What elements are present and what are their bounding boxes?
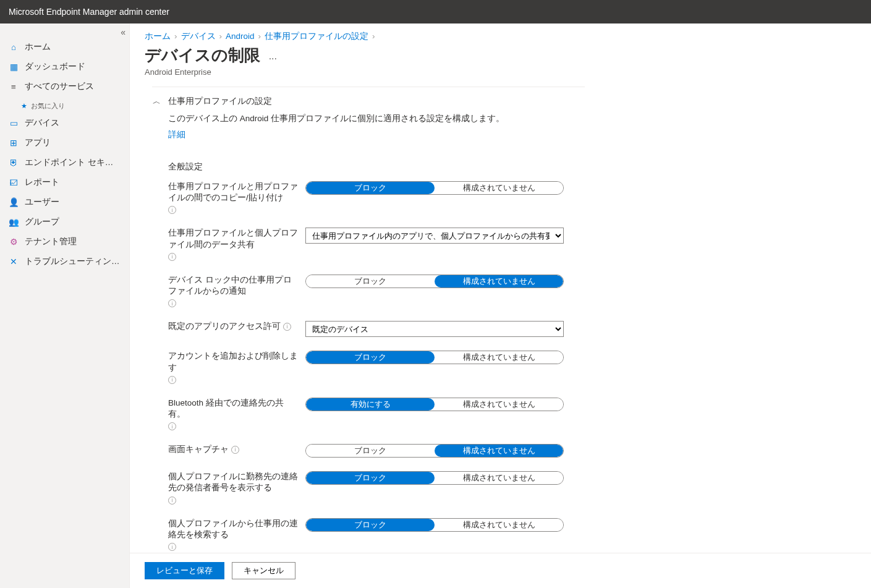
section-label: 全般設定	[168, 161, 585, 173]
toggle-option-left[interactable]: ブロック	[306, 351, 435, 364]
chevron-right-icon: ›	[368, 32, 379, 41]
info-icon[interactable]: i	[168, 206, 176, 214]
user-icon: 👤	[9, 197, 19, 207]
list-icon: ≡	[9, 82, 19, 92]
setting-label: 個人プロファイルから仕事用の連絡先を検索する	[168, 518, 298, 540]
toggle[interactable]: ブロック構成されていません	[305, 275, 564, 288]
setting-label: 既定のアプリのアクセス許可	[168, 321, 281, 332]
shield-icon: ⛨	[9, 158, 19, 168]
nav-label: レポート	[25, 177, 59, 188]
sidebar-fav-item-1[interactable]: ⊞アプリ	[0, 133, 129, 153]
toggle-option-left[interactable]: ブロック	[306, 519, 435, 531]
footer-bar: レビューと保存 キャンセル	[130, 553, 871, 588]
info-icon[interactable]: i	[168, 496, 176, 505]
select[interactable]: 既定のデバイス	[305, 321, 564, 337]
breadcrumb-link[interactable]: デバイス	[181, 32, 216, 41]
info-icon[interactable]: i	[168, 299, 176, 307]
nav-label: ユーザー	[25, 197, 59, 208]
setting-row: 既定のアプリのアクセス許可i既定のデバイス	[168, 321, 585, 337]
setting-row: Bluetooth 経由での連絡先の共有。i有効にする構成されていません	[168, 398, 585, 430]
toggle-option-right[interactable]: 構成されていません	[435, 472, 563, 484]
panel-header[interactable]: ︿ 仕事用プロファイルの設定	[152, 87, 585, 113]
info-icon[interactable]: i	[168, 422, 176, 430]
setting-row: 個人プロファイルから仕事用の連絡先を検索するiブロック構成されていません	[168, 518, 585, 551]
favorites-label: お気に入り	[31, 102, 65, 109]
setting-row: 画面キャプチャiブロック構成されていません	[168, 444, 585, 458]
toggle-option-left[interactable]: ブロック	[306, 182, 435, 194]
toggle-option-left[interactable]: ブロック	[306, 472, 435, 484]
dashboard-icon: ▦	[9, 62, 19, 72]
page-subtitle: Android Enterprise	[145, 67, 856, 77]
info-icon[interactable]: i	[283, 323, 291, 331]
collapse-sidebar-icon[interactable]: «	[121, 27, 125, 37]
sidebar-fav-item-7[interactable]: ✕トラブルシューティング +...	[0, 252, 129, 271]
toggle[interactable]: ブロック構成されていません	[305, 351, 564, 364]
toggle-option-left[interactable]: ブロック	[306, 445, 435, 457]
setting-label: 画面キャプチャ	[168, 444, 229, 455]
panel-title: 仕事用プロファイルの設定	[168, 96, 272, 107]
breadcrumb-link[interactable]: ホーム	[145, 32, 171, 41]
breadcrumb-link[interactable]: 仕事用プロファイルの設定	[265, 32, 368, 41]
group-icon: 👥	[9, 217, 19, 227]
top-bar: Microsoft Endpoint Manager admin center	[0, 0, 871, 23]
info-icon[interactable]: i	[231, 446, 239, 454]
star-icon: ★	[21, 102, 27, 109]
nav-label: アプリ	[25, 137, 51, 148]
sidebar-fav-item-0[interactable]: ▭デバイス	[0, 113, 129, 133]
sidebar-fav-item-6[interactable]: ⚙テナント管理	[0, 232, 129, 252]
info-icon[interactable]: i	[168, 253, 176, 261]
setting-label: デバイス ロック中の仕事用プロファイルからの通知	[168, 275, 298, 297]
cancel-button[interactable]: キャンセル	[232, 562, 295, 579]
review-save-button[interactable]: レビューと保存	[145, 562, 224, 579]
chevron-right-icon: ›	[216, 32, 226, 41]
chevron-right-icon: ›	[255, 32, 265, 41]
toggle-option-right[interactable]: 構成されていません	[435, 182, 563, 194]
toggle-option-right[interactable]: 構成されていません	[435, 275, 563, 288]
home-icon: ⌂	[9, 42, 19, 52]
detail-link[interactable]: 詳細	[168, 129, 585, 140]
setting-row: 仕事用プロファイルと用プロファイルの間でのコピー/貼り付けiブロック構成されてい…	[168, 181, 585, 214]
toggle-option-left[interactable]: 有効にする	[306, 398, 435, 411]
chevron-right-icon: ›	[171, 32, 181, 41]
toggle[interactable]: ブロック構成されていません	[305, 181, 564, 195]
select[interactable]: 仕事用プロファイル内のアプリで、個人プロファイルからの共有要...	[305, 228, 564, 244]
report-icon: 🗠	[9, 177, 19, 187]
toggle-option-right[interactable]: 構成されていません	[435, 519, 563, 531]
toggle[interactable]: ブロック構成されていません	[305, 471, 564, 485]
breadcrumb-link[interactable]: Android	[226, 32, 255, 41]
page-title: デバイスの制限	[145, 45, 260, 66]
toggle-option-left[interactable]: ブロック	[306, 275, 435, 288]
sidebar-fav-item-3[interactable]: 🗠レポート	[0, 173, 129, 192]
device-icon: ▭	[9, 118, 19, 128]
sidebar-fav-item-2[interactable]: ⛨エンドポイント セキュリ...	[0, 153, 129, 173]
sidebar-item-0[interactable]: ⌂ホーム	[0, 37, 129, 57]
nav-label: グループ	[25, 216, 59, 228]
toggle-option-right[interactable]: 構成されていません	[435, 351, 563, 364]
toggle-option-right[interactable]: 構成されていません	[435, 398, 563, 411]
setting-row: デバイス ロック中の仕事用プロファイルからの通知iブロック構成されていません	[168, 275, 585, 307]
sidebar-item-1[interactable]: ▦ダッシュボード	[0, 57, 129, 77]
more-icon[interactable]: ···	[269, 53, 277, 64]
sidebar-fav-item-5[interactable]: 👥グループ	[0, 212, 129, 232]
setting-label: 仕事用プロファイルと個人プロファイル間のデータ共有	[168, 228, 298, 250]
nav-label: すべてのサービス	[25, 81, 94, 92]
setting-label: Bluetooth 経由での連絡先の共有。	[168, 398, 298, 420]
toggle[interactable]: ブロック構成されていません	[305, 518, 564, 532]
info-icon[interactable]: i	[168, 376, 176, 384]
tools-icon: ✕	[9, 257, 19, 266]
sidebar-fav-item-4[interactable]: 👤ユーザー	[0, 192, 129, 212]
toggle[interactable]: ブロック構成されていません	[305, 444, 564, 458]
app-title: Microsoft Endpoint Manager admin center	[9, 7, 169, 17]
toggle[interactable]: 有効にする構成されていません	[305, 398, 564, 411]
toggle-option-right[interactable]: 構成されていません	[435, 445, 563, 457]
nav-label: トラブルシューティング +...	[25, 256, 121, 267]
setting-row: アカウントを追加および削除しますiブロック構成されていません	[168, 351, 585, 383]
panel-description: このデバイス上の Android 仕事用プロファイルに個別に適用される設定を構成…	[168, 113, 585, 124]
nav-label: テナント管理	[25, 236, 77, 247]
sidebar-item-2[interactable]: ≡すべてのサービス	[0, 77, 129, 96]
tenant-icon: ⚙	[9, 237, 19, 247]
info-icon[interactable]: i	[168, 543, 176, 551]
setting-label: 個人プロファイルに勤務先の連絡先の発信者番号を表示する	[168, 471, 298, 493]
chevron-up-icon: ︿	[152, 96, 161, 107]
setting-row: 仕事用プロファイルと個人プロファイル間のデータ共有i仕事用プロファイル内のアプリ…	[168, 228, 585, 260]
